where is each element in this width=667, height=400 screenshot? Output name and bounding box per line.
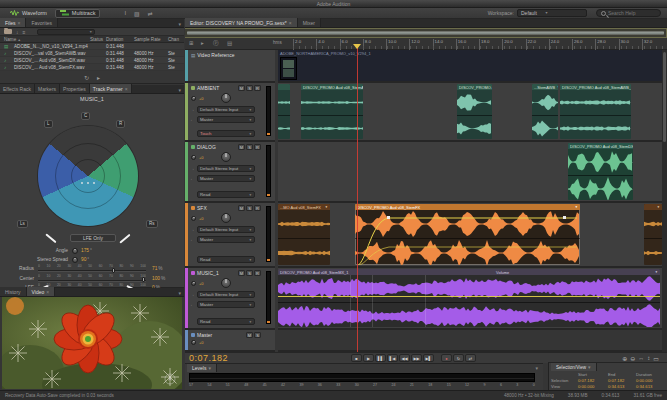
zoom-out-icon[interactable]: ⊖ bbox=[630, 355, 635, 362]
file-row[interactable]: ♪ DISCOV_... Aud v08_StemFX.wav 0:31.448… bbox=[0, 64, 184, 71]
scrollbar-thumb[interactable] bbox=[663, 52, 666, 142]
slip-tool-icon[interactable]: ⇄ bbox=[146, 10, 155, 17]
stereo-spread-knob[interactable] bbox=[72, 257, 78, 263]
automation-mode-selector[interactable]: Touch▼ bbox=[197, 130, 255, 137]
arm-record-button[interactable]: R bbox=[254, 205, 261, 211]
tab-properties[interactable]: Properties bbox=[60, 84, 90, 93]
solo-button[interactable]: S bbox=[254, 332, 261, 338]
ruler-unit-label[interactable]: hms bbox=[273, 40, 282, 45]
pan-knob[interactable] bbox=[221, 152, 231, 162]
tab-track-panner[interactable]: Track Panner× bbox=[90, 84, 132, 93]
track-content-master[interactable] bbox=[278, 330, 662, 352]
channel-c-label[interactable]: C bbox=[81, 112, 90, 120]
panel-menu-icon[interactable]: ▾ bbox=[588, 364, 591, 370]
record-button[interactable]: ● bbox=[441, 354, 452, 362]
volume-knob[interactable] bbox=[191, 340, 196, 345]
arm-record-button[interactable]: R bbox=[254, 85, 261, 91]
lfe-only-button[interactable]: LFE Only bbox=[70, 234, 116, 242]
panel-menu-icon[interactable]: ▾ bbox=[178, 87, 184, 93]
close-icon[interactable]: × bbox=[125, 86, 128, 92]
track-content-music[interactable]: DISCOV_PROMO Aud v08_StemMX_1Volume▼ bbox=[278, 268, 662, 330]
panel-menu-icon[interactable]: ▾ bbox=[208, 365, 211, 371]
loop-playback-button[interactable]: ↻ bbox=[453, 354, 464, 362]
panel-menu-icon[interactable]: ▾ bbox=[178, 290, 184, 296]
audio-clip[interactable]: ...MO Aud v08_StemFX▼ bbox=[278, 204, 330, 265]
audio-clip[interactable]: DISCOV_PROMO Aud v08_StemAWB_1▼ bbox=[560, 84, 631, 139]
file-row[interactable]: ▤ ADOBE_N..._NO_v10_V294_1.mp4 0:31.448 bbox=[0, 43, 184, 50]
open-folder-icon[interactable] bbox=[4, 29, 12, 34]
track-content-dialog[interactable]: DISCOV_PROMO Aud v08_StemDX▼ bbox=[278, 142, 662, 203]
zoom-in-icon[interactable]: ⊕ bbox=[622, 355, 627, 362]
timeline-ruler[interactable]: ⊞ ▸ Ⓟ ▤ hms 2.04.06.08.010.012.014.016.0… bbox=[185, 38, 667, 50]
pan-knob[interactable] bbox=[221, 278, 231, 288]
zoom-vertical-icon[interactable]: ↕ bbox=[647, 355, 650, 361]
tab-markers[interactable]: Markers bbox=[35, 84, 60, 93]
stop-button[interactable]: ■ bbox=[351, 354, 362, 362]
tab-history[interactable]: History bbox=[0, 287, 27, 296]
input-selector[interactable]: Default Stereo Input▼ bbox=[197, 226, 255, 233]
view-end[interactable]: 0:34.613 bbox=[608, 384, 636, 389]
view-duration[interactable]: 0:34.613 bbox=[636, 384, 666, 389]
track-content-sfx[interactable]: ...MO Aud v08_StemFX▼ DISCOV_PROMO Aud v… bbox=[278, 203, 662, 268]
channel-ls-label[interactable]: Ls bbox=[17, 220, 28, 228]
track-name[interactable]: DIALOG bbox=[197, 144, 216, 150]
tab-effects-rack[interactable]: Effects Rack bbox=[0, 84, 35, 93]
track-name[interactable]: SFX bbox=[197, 205, 207, 211]
rewind-button[interactable]: ◀◀ bbox=[399, 354, 410, 362]
col-chan[interactable]: Chan bbox=[168, 37, 184, 42]
surround-panner[interactable] bbox=[38, 126, 138, 226]
tab-mixer[interactable]: Mixer bbox=[298, 18, 321, 27]
angle-knob[interactable] bbox=[72, 248, 78, 254]
close-icon[interactable]: × bbox=[289, 20, 292, 26]
volume-knob[interactable] bbox=[191, 281, 196, 286]
track-content-video[interactable]: ADOBE_NORTHAMERICA_PROMO_v10_V294_1 bbox=[278, 50, 662, 83]
mute-button[interactable]: M bbox=[238, 85, 245, 91]
solo-button[interactable]: S bbox=[246, 270, 253, 276]
automation-mode-selector[interactable]: Read▼ bbox=[197, 256, 255, 263]
file-row[interactable]: ♪ DISCOV_...val v08_StemAWB.wav 0:31.448… bbox=[0, 50, 184, 57]
track-name[interactable]: MUSIC_1 bbox=[197, 270, 219, 276]
col-status[interactable]: Status bbox=[90, 37, 106, 42]
col-duration[interactable]: Duration bbox=[106, 37, 134, 42]
center-slider-thumb[interactable] bbox=[142, 277, 145, 282]
selection-duration[interactable]: 0:00.000 bbox=[636, 378, 666, 383]
close-icon[interactable]: × bbox=[18, 20, 21, 26]
solo-button[interactable]: S bbox=[246, 205, 253, 211]
solo-button[interactable]: S bbox=[246, 85, 253, 91]
output-selector[interactable]: Master▼ bbox=[197, 175, 255, 182]
radius-slider[interactable]: 0102030405060708090100 bbox=[38, 264, 146, 273]
playhead-handle[interactable] bbox=[353, 44, 361, 49]
close-icon[interactable]: × bbox=[46, 289, 49, 295]
volume-envelope[interactable] bbox=[355, 210, 580, 265]
audio-clip[interactable] bbox=[278, 84, 290, 139]
skip-selection-button[interactable]: ⇄ bbox=[465, 354, 476, 362]
zoom-horizontal-icon[interactable]: ↔ bbox=[638, 355, 644, 361]
output-selector[interactable]: Master▼ bbox=[197, 236, 255, 243]
loop-playback-icon[interactable]: ↻ bbox=[84, 74, 89, 81]
mute-button[interactable]: M bbox=[238, 270, 245, 276]
panel-menu-icon[interactable]: ▾ bbox=[178, 21, 184, 27]
track-name[interactable]: Master bbox=[197, 332, 212, 338]
audio-clip[interactable]: DISCOV_PROMO Aud v08_StemAWB▼ bbox=[457, 84, 492, 139]
audio-clip[interactable]: ▼ bbox=[644, 204, 662, 265]
track-name[interactable]: Video Reference bbox=[197, 52, 234, 58]
output-selector[interactable]: Master▼ bbox=[197, 301, 255, 308]
time-display[interactable]: 0:07.182 bbox=[185, 353, 255, 363]
view-start[interactable]: 0:00.000 bbox=[578, 384, 608, 389]
arm-record-button[interactable]: R bbox=[254, 144, 261, 150]
col-sample-rate[interactable]: Sample Rate bbox=[134, 37, 168, 42]
file-row[interactable]: ♪ DISCOV_... Aud v08_StemDX.wav 0:31.448… bbox=[0, 57, 184, 64]
auto-play-icon[interactable]: ▸ bbox=[97, 74, 100, 81]
channel-r-label[interactable]: R bbox=[116, 120, 125, 128]
tab-files[interactable]: Files× bbox=[0, 18, 26, 27]
solo-button[interactable]: S bbox=[246, 144, 253, 150]
radius-value[interactable]: 71 bbox=[152, 266, 157, 271]
editor-tracks-icon[interactable]: ▤ bbox=[227, 40, 232, 46]
stereo-spread-value[interactable]: 90 bbox=[81, 257, 86, 262]
help-search-box[interactable] bbox=[596, 9, 661, 17]
audio-clip[interactable]: DISCOV_PROMO Aud v08_StemMX_1Volume▼ bbox=[278, 269, 660, 327]
tracks-scrollbar[interactable] bbox=[662, 50, 667, 352]
tab-editor-session[interactable]: Editor: DISCOVERY NA PROMO_FG.sesx*× bbox=[185, 18, 298, 27]
pan-position-dot[interactable] bbox=[87, 182, 89, 184]
audio-clip[interactable]: ...StemAWB▼ bbox=[532, 84, 558, 139]
